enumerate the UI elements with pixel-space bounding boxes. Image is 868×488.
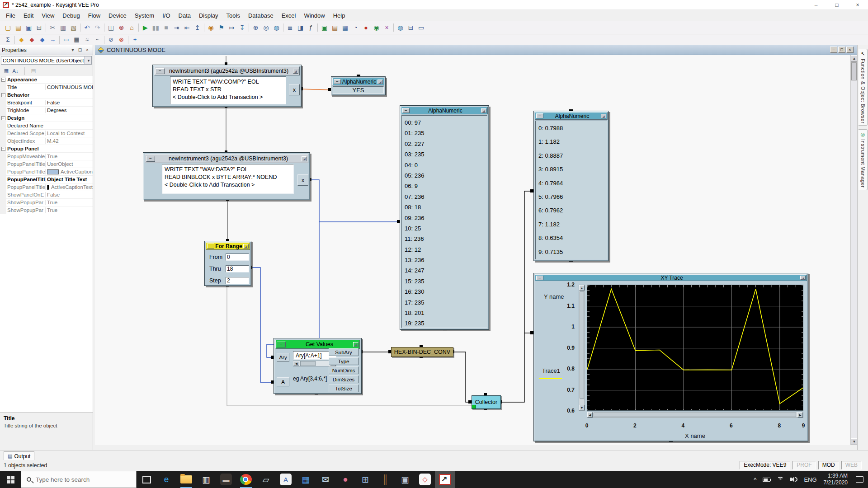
resize-icon[interactable]: ◢ bbox=[800, 276, 806, 280]
property-row[interactable]: − PopupPanelTitle ActiveCaption bbox=[0, 168, 93, 176]
toolbar-button[interactable]: ▤ bbox=[330, 23, 340, 33]
start-button[interactable] bbox=[0, 471, 21, 488]
minimize-icon[interactable]: − bbox=[536, 113, 543, 118]
pin-icon[interactable]: ⊡ bbox=[76, 47, 84, 52]
transaction-line[interactable]: < Double-Click to Add Transaction > bbox=[173, 94, 283, 101]
taskbar-app-icon[interactable]: ▣ bbox=[395, 471, 415, 488]
toolbar-button[interactable] bbox=[316, 23, 319, 33]
maximize-button[interactable]: □ bbox=[826, 0, 847, 10]
toolbar-button[interactable]: ≈ bbox=[82, 35, 92, 44]
menu-item[interactable]: Excel bbox=[278, 11, 300, 20]
wifi-icon[interactable] bbox=[777, 477, 784, 483]
canvas-scrollbar[interactable]: ▲ ▼ bbox=[850, 55, 857, 445]
toolbar-button[interactable]: ⇤ bbox=[182, 23, 192, 33]
resize-icon[interactable]: ◢ bbox=[481, 108, 486, 113]
xy-trace-object[interactable]: − XY Trace ◢ Y name Trace1 X name ▲ ▼ ◀ … bbox=[533, 273, 808, 441]
toolbar-button[interactable]: ● bbox=[361, 23, 371, 33]
language-indicator[interactable]: ENG bbox=[804, 476, 816, 483]
property-value[interactable]: ActiveCaptionText bbox=[45, 184, 93, 190]
taskbar-app-icon[interactable] bbox=[435, 471, 455, 488]
toolbar-button[interactable]: ⚑ bbox=[216, 23, 226, 33]
toolbar-button[interactable]: ⊟ bbox=[406, 23, 416, 33]
properties-toolbar-button[interactable] bbox=[20, 66, 29, 75]
battery-icon[interactable] bbox=[763, 478, 770, 482]
transaction-line[interactable]: < Double-Click to Add Transaction > bbox=[165, 181, 291, 189]
taskbar-app-icon[interactable]: ◇ bbox=[415, 471, 435, 488]
toolbar-button[interactable]: Σ bbox=[3, 35, 13, 44]
property-row[interactable]: − Declared Name bbox=[0, 122, 93, 130]
toolbar-button[interactable] bbox=[203, 23, 206, 33]
input-pin-ary[interactable]: Ary bbox=[277, 353, 289, 362]
scroll-down-icon[interactable]: ▼ bbox=[579, 405, 585, 410]
toolbar-button[interactable]: → bbox=[47, 35, 58, 44]
property-row[interactable]: − Behavior bbox=[0, 91, 93, 99]
property-row[interactable]: − Popup Panel bbox=[0, 145, 93, 153]
property-value[interactable]: Local to Context bbox=[45, 131, 93, 136]
scroll-thumb[interactable] bbox=[300, 361, 316, 366]
field-input[interactable] bbox=[226, 265, 249, 272]
toolbar-button[interactable]: ✂ bbox=[47, 23, 58, 33]
toolbar-button[interactable]: ◫ bbox=[106, 23, 116, 33]
scroll-down-icon[interactable]: ▼ bbox=[851, 438, 858, 445]
toolbar-button[interactable]: ◍ bbox=[395, 23, 406, 33]
property-row[interactable]: − PopupMoveable True bbox=[0, 153, 93, 160]
tab-instrument-manager[interactable]: ◎ Instrument Manager bbox=[859, 129, 868, 190]
taskbar-app-icon[interactable]: ⊞ bbox=[355, 471, 375, 488]
toolbar-button[interactable] bbox=[392, 23, 395, 33]
property-row[interactable]: − Declared Scope Local to Context bbox=[0, 130, 93, 137]
toolbar-button[interactable] bbox=[247, 23, 250, 33]
minimize-icon[interactable]: − bbox=[207, 244, 214, 249]
resize-icon[interactable]: ◢ bbox=[293, 69, 298, 74]
toolbar-button[interactable]: ⊗ bbox=[116, 35, 127, 44]
toolbar-button[interactable]: ⇥ bbox=[171, 23, 182, 33]
toolbar-button[interactable] bbox=[127, 35, 130, 44]
execmode-indicator[interactable]: ExecMode: VEE9 bbox=[740, 461, 790, 469]
clock[interactable]: 1:39 AM 7/21/2020 bbox=[824, 473, 848, 486]
scroll-up-icon[interactable]: ▲ bbox=[851, 55, 858, 62]
toolbar-button[interactable]: ƒ bbox=[306, 23, 316, 33]
property-value[interactable]: True bbox=[45, 207, 93, 213]
toolbar-button[interactable]: ▢ bbox=[3, 23, 13, 33]
scroll-up-icon[interactable]: ▲ bbox=[579, 285, 585, 291]
collapse-icon[interactable]: − bbox=[1, 78, 5, 82]
toolbar-button[interactable] bbox=[58, 35, 61, 44]
menu-item[interactable]: Window bbox=[300, 11, 329, 20]
transaction-line[interactable]: READ BINBLOCK x BYTE ARRAY:* NOEND bbox=[165, 174, 291, 181]
scroll-left-icon[interactable]: ◀ bbox=[293, 361, 299, 366]
minimize-icon[interactable]: − bbox=[156, 68, 165, 74]
transaction-list[interactable]: WRITE TEXT "WAV:DATA?" EOLREAD BINBLOCK … bbox=[162, 164, 294, 194]
close-icon[interactable]: × bbox=[84, 47, 91, 52]
minimize-icon[interactable]: − bbox=[277, 342, 286, 347]
property-value[interactable]: False bbox=[45, 192, 93, 197]
collapse-icon[interactable]: − bbox=[1, 147, 5, 151]
toolbar-button[interactable]: ▣ bbox=[319, 23, 330, 33]
property-row[interactable]: − ShowPanelOnE False bbox=[0, 191, 93, 199]
get-values-object[interactable]: − Get Values ◢ Ary A Ary[A:A+1] ◀ ▶ eg A… bbox=[274, 338, 362, 394]
toolbar-button[interactable]: ▭ bbox=[61, 35, 71, 44]
minimize-icon[interactable]: − bbox=[402, 108, 410, 113]
instrument-object-2[interactable]: − newInstrument3 (agu2542a @USBInstrumen… bbox=[143, 152, 310, 200]
collector-object[interactable]: Collector bbox=[472, 395, 501, 409]
toolbar-button[interactable]: ⌂ bbox=[127, 23, 137, 33]
close-button[interactable]: × bbox=[847, 0, 868, 10]
menu-item[interactable]: Tools bbox=[222, 11, 244, 20]
instrument-object-1[interactable]: − newInstrument3 (agu2542a @USBInstrumen… bbox=[152, 65, 302, 107]
minimize-icon[interactable]: − bbox=[536, 276, 543, 280]
toolbar-button[interactable]: ▣ bbox=[24, 23, 34, 33]
scroll-thumb[interactable] bbox=[594, 413, 796, 417]
toolbar-button[interactable]: ~ bbox=[92, 35, 103, 44]
menu-item[interactable]: Flow bbox=[84, 11, 104, 20]
menu-item[interactable]: Edit bbox=[19, 11, 38, 20]
toolbar-button[interactable]: ◆ bbox=[16, 35, 27, 44]
taskbar-app-icon[interactable]: ● bbox=[335, 471, 355, 488]
taskbar-app-icon[interactable] bbox=[137, 471, 156, 488]
toolbar-button[interactable] bbox=[79, 23, 82, 33]
property-value[interactable]: UserObject bbox=[45, 161, 93, 167]
toolbar-button[interactable]: ◉ bbox=[371, 23, 382, 33]
input-pin-a[interactable]: A bbox=[277, 377, 289, 386]
output-pin-x[interactable]: x bbox=[297, 174, 308, 186]
resize-icon[interactable]: ◢ bbox=[353, 342, 359, 347]
property-row[interactable]: − Appearance bbox=[0, 76, 93, 84]
toolbar-button[interactable]: ◆ bbox=[27, 35, 37, 44]
property-value[interactable]: False bbox=[45, 100, 93, 105]
